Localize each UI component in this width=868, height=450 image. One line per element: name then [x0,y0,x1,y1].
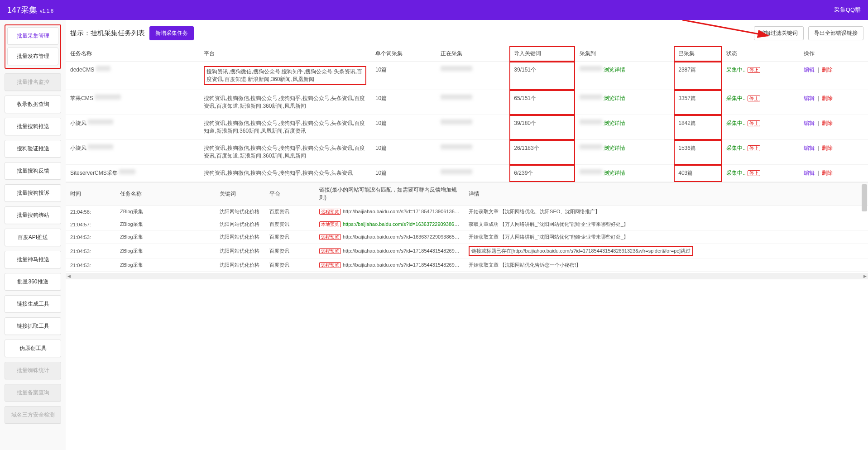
task-keywords-cell: 39/180个 [509,115,575,140]
tasks-table: 任务名称平台单个词采集正在采集导入关键词采集到已采集状态操作 dedeCMS 搜… [66,46,868,182]
log-detail-cell: 链接或标题已存在[http://baijiahao.baidu.com/s?id… [464,244,868,259]
log-cell-task: ZBlog采集 [115,206,215,218]
qq-group-link[interactable]: 采集QQ群 [834,6,861,14]
task-col-header: 单个词采集 [371,46,436,62]
task-op-cell: 编辑 | 删除 [799,115,868,140]
task-col-header: 导入关键词 [509,46,575,62]
export-errors-button[interactable]: 导出全部错误链接 [808,26,863,40]
sidebar-item[interactable]: 批量搜狗推送 [5,118,61,135]
edit-link[interactable]: 编辑 [804,67,815,73]
delete-link[interactable]: 删除 [822,67,833,73]
sidebar-item[interactable]: 批量神马推送 [5,251,61,268]
log-link-cell: 远程预览http://baijiahao.baidu.com/s?id=1718… [315,206,464,218]
sidebar: 批量采集管理批量发布管理批量排名监控收录数据查询批量搜狗推送搜狗验证推送批量搜狗… [0,20,66,450]
log-cell-kw: 沈阳网站优化价格 [215,272,265,273]
task-keywords-cell: 39/151个 [509,62,575,90]
stop-button[interactable]: 停止 [748,145,760,151]
task-keywords-cell: 6/239个 [509,165,575,182]
preview-badge[interactable]: 远程预览 [319,262,341,268]
log-cell-plat: 百度资讯 [265,218,315,231]
edit-link[interactable]: 编辑 [804,170,815,176]
log-col-header: 平台 [265,182,315,206]
log-link-cell: 远程预览http://baijiahao.baidu.com/s?id=1718… [315,244,464,259]
log-col-header: 任务名称 [115,182,215,206]
sidebar-item[interactable]: 批量采集管理 [7,27,58,45]
log-hscrollbar[interactable]: ◀▶ [66,273,868,279]
preview-badge[interactable]: 本地预览 [319,221,341,227]
log-col-header: 详情 [464,182,868,206]
log-cell-task: ZBlog采集 [115,272,215,273]
task-row: SiteserverCMS采集 搜狗资讯,搜狗微信,搜狗公众号,搜狗知乎,搜狗公… [66,165,868,182]
stop-button[interactable]: 停止 [748,67,760,73]
sidebar-item[interactable]: 收录数据查询 [5,96,61,113]
sidebar-item[interactable]: 伪原创工具 [5,340,61,357]
delete-link[interactable]: 删除 [822,120,833,126]
sidebar-item[interactable]: 链接抓取工具 [5,317,61,335]
sidebar-item: 批量备案查询 [5,384,61,402]
sidebar-item: 批量蜘蛛统计 [5,362,61,379]
log-detail-cell: 获取文章成功 【万人网络讲解_"沈阳网站优化"能给企业带来哪些好处_】 [464,218,868,231]
task-col-header: 平台 [199,46,371,62]
view-detail-link[interactable]: 浏览详情 [604,67,625,73]
preview-badge[interactable]: 远程预览 [319,248,341,254]
delete-link[interactable]: 删除 [822,170,833,176]
log-row: 21:04:52:ZBlog采集沈阳网站优化价格百度资讯本地预览https://… [66,272,868,273]
preview-badge[interactable]: 远程预览 [319,234,341,240]
sidebar-item[interactable]: 批量搜狗反馈 [5,162,61,180]
main-content: 提示：挂机采集任务列表 新增采集任务 编辑过滤关键词 导出全部错误链接 任务名称… [66,20,868,450]
view-detail-link[interactable]: 浏览详情 [604,170,625,176]
task-plat-cell: 搜狗资讯,搜狗微信,搜狗公众号,搜狗知乎,搜狗公众号,头条资讯 [199,165,371,182]
task-to-cell: 浏览详情 [575,62,674,90]
task-op-cell: 编辑 | 删除 [799,62,868,90]
stop-button[interactable]: 停止 [748,96,760,101]
task-single-cell: 10篇 [371,62,436,90]
log-cell-kw: 沈阳网站优化价格 [215,231,265,244]
task-done-cell: 403篇 [674,165,722,182]
delete-link[interactable]: 删除 [822,145,833,151]
task-op-cell: 编辑 | 删除 [799,140,868,165]
log-link-cell: 本地预览https://baijiahao.baidu.com/s?id=163… [315,218,464,231]
log-row: 21:04:53:ZBlog采集沈阳网站优化价格百度资讯远程预览http://b… [66,259,868,272]
stop-button[interactable]: 停止 [748,120,760,126]
task-status-cell: 采集中..停止 [722,90,799,115]
sidebar-item[interactable]: 批量发布管理 [7,48,58,65]
edit-link[interactable]: 编辑 [804,145,815,151]
sidebar-item[interactable]: 批量360推送 [5,273,61,291]
task-name-cell: 苹果CMS [66,90,199,115]
task-name-cell: dedeCMS [66,62,199,90]
view-detail-link[interactable]: 浏览详情 [604,120,625,126]
sidebar-item[interactable]: 搜狗验证推送 [5,140,61,158]
edit-link[interactable]: 编辑 [804,95,815,101]
new-task-button[interactable]: 新增采集任务 [149,26,194,40]
log-link-cell: 本地预览https://baijiahao.baidu.com/s?id=171… [315,272,464,273]
log-scrollbar[interactable] [862,184,867,211]
log-cell-plat: 百度资讯 [265,206,315,218]
log-cell-time: 21:04:53: [66,244,115,259]
task-single-cell: 10篇 [371,140,436,165]
sidebar-item[interactable]: 批量搜狗绑站 [5,206,61,224]
log-cell-time: 21:04:53: [66,231,115,244]
task-to-cell: 浏览详情 [575,115,674,140]
delete-link[interactable]: 删除 [822,95,833,101]
log-cell-task: ZBlog采集 [115,218,215,231]
task-col-header: 采集到 [575,46,674,62]
task-keywords-cell: 65/151个 [509,90,575,115]
edit-link[interactable]: 编辑 [804,120,815,126]
task-name-cell: SiteserverCMS采集 [66,165,199,182]
view-detail-link[interactable]: 浏览详情 [604,145,625,151]
log-cell-plat: 百度资讯 [265,244,315,259]
log-cell-kw: 沈阳网站优化价格 [215,218,265,231]
sidebar-item[interactable]: 百度API推送 [5,229,61,246]
task-collecting-cell [436,140,509,165]
sidebar-item[interactable]: 批量搜狗投诉 [5,184,61,202]
sidebar-item[interactable]: 链接生成工具 [5,295,61,313]
task-single-cell: 10篇 [371,90,436,115]
preview-badge[interactable]: 远程预览 [319,209,341,215]
edit-filter-button[interactable]: 编辑过滤关键词 [754,26,804,40]
stop-button[interactable]: 停止 [748,170,760,176]
task-keywords-cell: 26/1183个 [509,140,575,165]
view-detail-link[interactable]: 浏览详情 [604,95,625,101]
task-to-cell: 浏览详情 [575,140,674,165]
task-done-cell: 1842篇 [674,115,722,140]
log-row: 21:04:57:ZBlog采集沈阳网站优化价格百度资讯本地预览https://… [66,218,868,231]
